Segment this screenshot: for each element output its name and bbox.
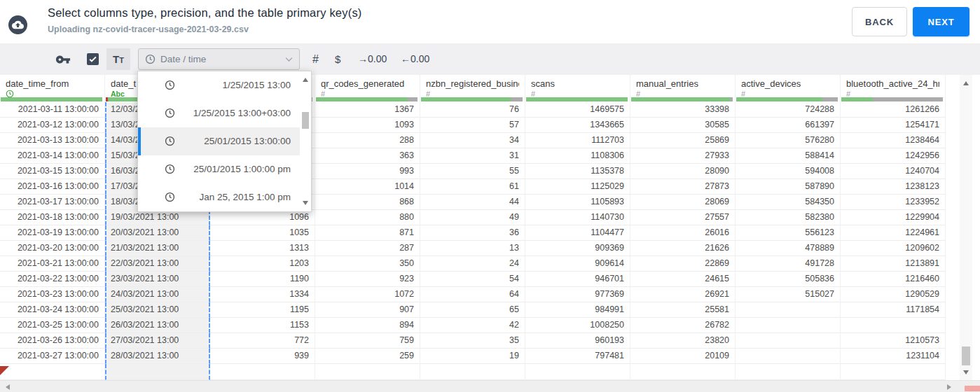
table-cell[interactable]: 28/03/2021 13:00 (105, 349, 210, 364)
table-cell[interactable] (736, 302, 841, 318)
table-cell[interactable]: 1008250 (525, 318, 630, 333)
table-cell[interactable]: 907 (315, 302, 420, 318)
horizontal-scrollbar[interactable] (0, 380, 980, 392)
table-cell[interactable]: 759 (315, 333, 420, 349)
table-cell[interactable]: 26/03/2021 13:00 (105, 318, 210, 333)
table-cell[interactable]: 1035 (210, 225, 315, 241)
table-cell[interactable]: 13 (420, 241, 525, 256)
table-cell[interactable]: 2021-03-11 13:00:00 (0, 102, 105, 118)
table-cell[interactable]: 2021-03-22 13:00:00 (0, 272, 105, 287)
table-cell[interactable]: 22/03/2021 13:00 (105, 256, 210, 272)
table-cell[interactable]: 1104477 (525, 225, 630, 241)
table-cell[interactable]: 2021-03-19 13:00:00 (0, 225, 105, 241)
table-cell[interactable]: 724288 (736, 102, 841, 118)
table-cell[interactable]: 1261266 (841, 102, 946, 118)
text-type-button[interactable]: Tt (106, 48, 130, 70)
table-cell[interactable]: 587890 (736, 179, 841, 195)
scroll-left-icon[interactable] (6, 384, 10, 390)
table-cell[interactable]: 61 (420, 179, 525, 195)
table-cell[interactable]: 44 (420, 195, 525, 210)
table-cell[interactable]: 984991 (525, 302, 630, 318)
table-cell[interactable]: 1213891 (841, 256, 946, 272)
table-cell[interactable]: 871 (315, 225, 420, 241)
table-cell[interactable]: 1195 (210, 302, 315, 318)
table-cell[interactable]: 30585 (630, 118, 736, 133)
table-cell[interactable]: 25/03/2021 13:00 (105, 302, 210, 318)
format-option[interactable]: 25/01/2015 1:00:00 pm (138, 155, 311, 183)
column-header-date_time_from[interactable]: date_time_from (0, 75, 105, 102)
table-cell[interactable]: 28069 (630, 195, 736, 210)
table-cell[interactable]: 34 (420, 133, 525, 148)
table-cell[interactable]: 584350 (736, 195, 841, 210)
next-button[interactable]: NEXT (913, 7, 969, 36)
table-cell[interactable]: 2021-03-17 13:00:00 (0, 195, 105, 210)
table-cell[interactable]: 24/03/2021 13:00 (105, 287, 210, 302)
table-cell[interactable]: 868 (315, 195, 420, 210)
table-cell[interactable]: 1140730 (525, 210, 630, 225)
column-header-bluetooth_active_24_hr_[interactable]: bluetooth_active_24_hr_# (841, 75, 946, 102)
table-cell[interactable]: 54 (420, 272, 525, 287)
format-option[interactable]: 1/25/2015 13:00+03:00 (138, 99, 311, 127)
table-cell[interactable]: 960193 (525, 333, 630, 349)
table-cell[interactable]: 27873 (630, 179, 736, 195)
table-cell[interactable]: 36 (420, 225, 525, 241)
table-cell[interactable]: 1125029 (525, 179, 630, 195)
table-cell[interactable]: 1238464 (841, 133, 946, 148)
table-cell[interactable]: 2021-03-15 13:00:00 (0, 164, 105, 179)
currency-type-button[interactable]: $ (335, 43, 340, 75)
table-cell[interactable]: 923 (315, 272, 420, 287)
table-cell[interactable]: 1203 (210, 256, 315, 272)
column-header-active_devices[interactable]: active_devices# (736, 75, 841, 102)
table-cell[interactable]: 26782 (630, 318, 736, 333)
table-cell[interactable]: 1469575 (525, 102, 630, 118)
table-cell[interactable]: 57 (420, 118, 525, 133)
table-cell[interactable]: 42 (420, 318, 525, 333)
table-cell[interactable]: 49 (420, 210, 525, 225)
table-cell[interactable]: 28090 (630, 164, 736, 179)
table-cell[interactable]: 21626 (630, 241, 736, 256)
table-cell[interactable]: 1135378 (525, 164, 630, 179)
table-cell[interactable]: 2021-03-13 13:00:00 (0, 133, 105, 148)
table-cell[interactable]: 76 (420, 102, 525, 118)
table-cell[interactable]: 1242956 (841, 148, 946, 164)
table-cell[interactable]: 31 (420, 148, 525, 164)
table-cell[interactable]: 27/03/2021 13:00 (105, 333, 210, 349)
vertical-scroll-thumb[interactable] (962, 346, 970, 365)
table-cell[interactable]: 20/03/2021 13:00 (105, 225, 210, 241)
table-cell[interactable]: 23/03/2021 13:00 (105, 272, 210, 287)
column-header-qr_codes_generated[interactable]: qr_codes_generated# (315, 75, 420, 102)
table-cell[interactable]: 288 (315, 133, 420, 148)
table-cell[interactable]: 2021-03-14 13:00:00 (0, 148, 105, 164)
table-cell[interactable]: 26921 (630, 287, 736, 302)
table-cell[interactable] (736, 318, 841, 333)
format-option[interactable]: 1/25/2015 13:00 (138, 71, 311, 99)
table-cell[interactable]: 1112703 (525, 133, 630, 148)
table-cell[interactable]: 661397 (736, 118, 841, 133)
table-cell[interactable]: 1233952 (841, 195, 946, 210)
table-cell[interactable]: 797481 (525, 349, 630, 364)
table-cell[interactable]: 1240704 (841, 164, 946, 179)
table-cell[interactable]: 1072 (315, 287, 420, 302)
table-cell[interactable]: 27557 (630, 210, 736, 225)
back-button[interactable]: BACK (852, 7, 907, 36)
table-cell[interactable]: 259 (315, 349, 420, 364)
table-cell[interactable]: 64 (420, 287, 525, 302)
table-cell[interactable]: 594008 (736, 164, 841, 179)
scroll-up-icon[interactable] (303, 78, 308, 82)
dropdown-scrollbar[interactable] (300, 71, 311, 211)
table-cell[interactable]: 1190 (210, 272, 315, 287)
scroll-up-icon[interactable] (963, 81, 969, 85)
table-cell[interactable]: 65 (420, 302, 525, 318)
primary-key-icon[interactable] (55, 52, 71, 70)
table-cell[interactable]: 23820 (630, 333, 736, 349)
table-cell[interactable]: 2021-03-21 13:00:00 (0, 256, 105, 272)
table-cell[interactable]: 1229904 (841, 210, 946, 225)
table-cell[interactable]: 24 (420, 256, 525, 272)
table-cell[interactable]: 19 (420, 349, 525, 364)
table-cell[interactable]: 1231104 (841, 349, 946, 364)
table-cell[interactable]: 1290529 (841, 287, 946, 302)
table-cell[interactable]: 505836 (736, 272, 841, 287)
table-cell[interactable]: 1367 (315, 102, 420, 118)
table-cell[interactable]: 19/03/2021 13:00 (105, 210, 210, 225)
table-cell[interactable] (736, 333, 841, 349)
